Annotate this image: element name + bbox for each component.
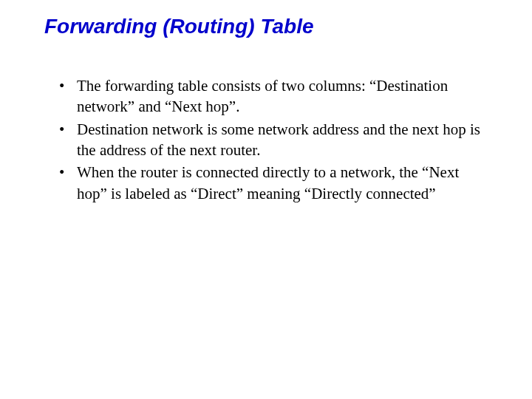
- list-item: The forwarding table consists of two col…: [59, 75, 488, 117]
- slide-title: Forwarding (Routing) Table: [44, 15, 488, 38]
- list-item: When the router is connected directly to…: [59, 162, 488, 204]
- list-item: Destination network is some network addr…: [59, 119, 488, 161]
- bullet-list: The forwarding table consists of two col…: [44, 75, 488, 204]
